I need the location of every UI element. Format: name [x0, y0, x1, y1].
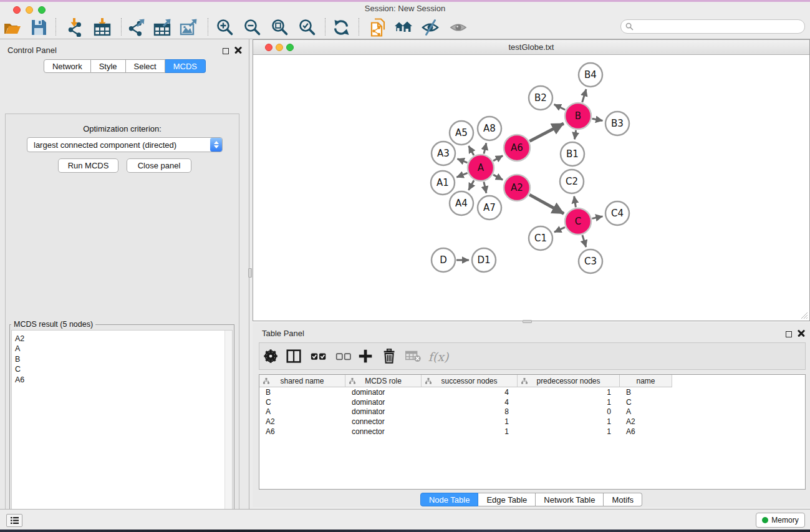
- table-cell[interactable]: dominator: [345, 407, 422, 417]
- table-row-C[interactable]: Cdominator41C: [259, 398, 672, 408]
- delete-row-icon[interactable]: [380, 348, 400, 365]
- network-window-title-bar[interactable]: testGlobe.txt: [253, 40, 809, 55]
- save-icon[interactable]: [28, 17, 49, 37]
- tab-network-table[interactable]: Network Table: [536, 493, 604, 506]
- table-cell[interactable]: C: [259, 398, 345, 408]
- tab-style[interactable]: Style: [91, 59, 126, 73]
- add-row-icon[interactable]: [356, 348, 376, 365]
- table-cell[interactable]: B: [259, 388, 345, 398]
- session-title-bar[interactable]: Session: New Session: [0, 2, 810, 15]
- table-cell[interactable]: 1: [518, 417, 620, 427]
- zoom-network-window-button[interactable]: [286, 44, 294, 51]
- graph-node-C[interactable]: C: [565, 208, 591, 235]
- table-cell[interactable]: A: [620, 407, 672, 417]
- mcds-result-item[interactable]: B: [12, 354, 232, 364]
- graph-node-C3[interactable]: C3: [579, 249, 602, 273]
- table-cell[interactable]: C: [620, 398, 672, 408]
- table-cell[interactable]: 0: [518, 407, 620, 417]
- graph-edge-C-C2[interactable]: [574, 196, 576, 208]
- zoom-fit-icon[interactable]: [269, 17, 291, 37]
- column-header-successor-nodes[interactable]: successor nodes: [422, 375, 518, 387]
- delete-table-icon[interactable]: [404, 348, 424, 365]
- close-network-window-button[interactable]: [265, 44, 272, 51]
- window-resize-grip[interactable]: [799, 311, 808, 319]
- graph-edge-A-A2[interactable]: [493, 175, 503, 180]
- table-row-A2[interactable]: A2connector11A2: [259, 417, 672, 427]
- column-header-MCDS-role[interactable]: MCDS role: [345, 375, 422, 387]
- mcds-result-item[interactable]: A: [12, 344, 232, 354]
- graph-node-B3[interactable]: B3: [605, 112, 629, 135]
- optimization-criterion-select[interactable]: largest connected component (directed): [27, 137, 223, 152]
- graph-edge-B-B4[interactable]: [582, 89, 586, 102]
- mcds-result-item[interactable]: A6: [12, 375, 232, 385]
- table-cell[interactable]: dominator: [345, 398, 422, 408]
- table-cell[interactable]: 1: [422, 427, 518, 437]
- graph-node-C2[interactable]: C2: [560, 170, 584, 193]
- zoom-in-icon[interactable]: [215, 17, 236, 37]
- minimize-network-window-button[interactable]: [276, 44, 283, 51]
- table-cell[interactable]: A6: [620, 427, 672, 437]
- tab-motifs[interactable]: Motifs: [604, 493, 642, 506]
- tab-select[interactable]: Select: [126, 59, 165, 73]
- graph-node-B4[interactable]: B4: [579, 63, 602, 87]
- graph-edge-C-C1[interactable]: [554, 227, 565, 232]
- select-all-icon[interactable]: [309, 348, 329, 365]
- clone-network-icon[interactable]: [367, 17, 388, 37]
- table-cell[interactable]: connector: [345, 427, 422, 437]
- result-scrollbar[interactable]: [224, 331, 232, 530]
- deselect-all-icon[interactable]: [334, 348, 354, 365]
- close-table-panel-button[interactable]: [798, 328, 805, 339]
- graph-edge-C-C3[interactable]: [582, 235, 586, 247]
- graph-edge-A-A3[interactable]: [457, 159, 467, 163]
- tab-mcds[interactable]: MCDS: [165, 59, 206, 73]
- tab-edge-table[interactable]: Edge Table: [478, 493, 536, 506]
- graph-node-A1[interactable]: A1: [431, 171, 455, 195]
- columns-icon[interactable]: [284, 348, 304, 365]
- table-cell[interactable]: A6: [259, 427, 345, 437]
- graph-node-C1[interactable]: C1: [529, 226, 552, 250]
- open-folder-icon[interactable]: [2, 17, 23, 37]
- export-image-icon[interactable]: [178, 17, 200, 37]
- graph-node-A4[interactable]: A4: [450, 191, 473, 215]
- mcds-result-item[interactable]: A2: [12, 334, 232, 344]
- network-view-window[interactable]: testGlobe.txt B4B2BB3A8A5A6A3B1AC2A1A2A4…: [253, 39, 810, 321]
- table-cell[interactable]: A: [259, 407, 345, 417]
- graph-edge-A-A4[interactable]: [469, 180, 475, 190]
- graph-edge-C-C4[interactable]: [592, 216, 603, 219]
- table-row-A[interactable]: Adominator80A: [259, 407, 672, 417]
- show-all-networks-icon[interactable]: [393, 17, 414, 37]
- graph-edge-A6-B[interactable]: [529, 123, 564, 141]
- refresh-icon[interactable]: [331, 17, 352, 37]
- import-table-icon[interactable]: [92, 17, 113, 37]
- function-icon[interactable]: f(x): [428, 348, 448, 365]
- table-row-B[interactable]: Bdominator41B: [259, 388, 672, 398]
- graph-edge-A2-C[interactable]: [529, 195, 564, 213]
- network-canvas[interactable]: B4B2BB3A8A5A6A3B1AC2A1A2A4A7C4CC1DD1C3: [253, 55, 809, 321]
- graph-node-B1[interactable]: B1: [561, 142, 584, 166]
- export-network-icon[interactable]: [126, 17, 147, 37]
- float-table-panel-button[interactable]: [786, 329, 792, 340]
- mcds-result-item[interactable]: C: [12, 364, 232, 374]
- graph-node-A2[interactable]: A2: [504, 175, 530, 201]
- graph-edge-A-A1[interactable]: [456, 173, 467, 177]
- run-mcds-button[interactable]: Run MCDS: [58, 158, 118, 173]
- zoom-window-button[interactable]: [38, 6, 46, 14]
- graph-edge-B-B1[interactable]: [575, 130, 576, 140]
- hide-details-icon[interactable]: [420, 17, 441, 37]
- gear-icon[interactable]: [261, 348, 281, 365]
- graph-node-A6[interactable]: A6: [504, 135, 530, 161]
- table-cell[interactable]: 1: [518, 427, 620, 437]
- close-window-button[interactable]: [13, 6, 21, 14]
- table-cell[interactable]: connector: [345, 417, 422, 427]
- column-header-name[interactable]: name: [620, 375, 672, 387]
- show-panels-button[interactable]: [6, 514, 22, 527]
- float-control-panel-button[interactable]: [223, 46, 229, 57]
- table-cell[interactable]: 4: [422, 388, 518, 398]
- table-row-A6[interactable]: A6connector11A6: [259, 427, 672, 437]
- graph-edge-B-B2[interactable]: [554, 104, 566, 110]
- mcds-result-list[interactable]: A2ABCA6: [11, 330, 233, 531]
- graph-node-B2[interactable]: B2: [529, 86, 552, 110]
- graph-node-D1[interactable]: D1: [472, 248, 496, 272]
- graph-edge-B-B3[interactable]: [592, 118, 603, 120]
- search-input[interactable]: [636, 22, 804, 31]
